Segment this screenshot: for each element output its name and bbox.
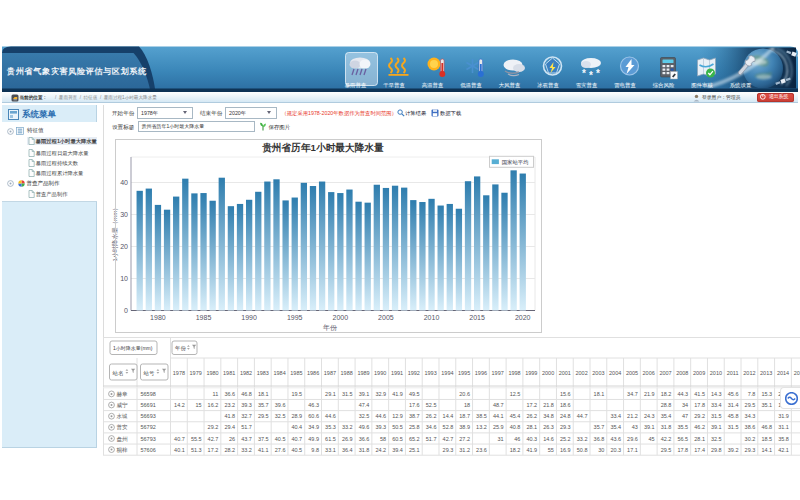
svg-text:42.1: 42.1 (778, 447, 789, 453)
svg-text:41.1: 41.1 (258, 447, 269, 453)
svg-text:45.8: 45.8 (728, 413, 739, 419)
svg-text:21.2: 21.2 (627, 413, 638, 419)
svg-text:35.8: 35.8 (778, 436, 789, 442)
svg-text:27.2: 27.2 (459, 436, 470, 442)
svg-text:25.1: 25.1 (409, 447, 420, 453)
svg-text:34.3: 34.3 (745, 413, 756, 419)
svg-text:33.4: 33.4 (610, 413, 621, 419)
svg-text:低温普查: 低温普查 (460, 82, 482, 89)
svg-text:39.1: 39.1 (644, 424, 655, 430)
svg-text:42.7: 42.7 (208, 436, 219, 442)
svg-text:1988: 1988 (341, 370, 353, 376)
svg-text:2012: 2012 (743, 370, 755, 376)
svg-text:2013: 2013 (760, 370, 772, 376)
svg-text:34.8: 34.8 (543, 413, 554, 419)
svg-text:1992: 1992 (408, 370, 420, 376)
svg-text:26.3: 26.3 (543, 424, 554, 430)
svg-text:2006: 2006 (643, 370, 655, 376)
svg-text:1小时降水量(mm): 1小时降水量(mm) (113, 345, 153, 351)
svg-text:28.1: 28.1 (526, 424, 537, 430)
svg-text:29.2: 29.2 (694, 413, 705, 419)
svg-text:55: 55 (548, 447, 554, 453)
svg-text:2007: 2007 (659, 370, 671, 376)
svg-text:36.8: 36.8 (594, 436, 605, 442)
svg-text:11: 11 (213, 391, 219, 397)
svg-text:26: 26 (229, 436, 235, 442)
svg-text:33.1: 33.1 (325, 447, 336, 453)
svg-text:36.6: 36.6 (224, 391, 235, 397)
svg-text:暴雨普查: 暴雨普查 (345, 82, 367, 89)
svg-text:35.1: 35.1 (761, 402, 772, 408)
svg-text:1994: 1994 (441, 370, 453, 376)
svg-text:水城: 水城 (117, 413, 129, 419)
svg-text:1991: 1991 (391, 370, 403, 376)
svg-text:41.9: 41.9 (392, 391, 403, 397)
svg-text:1980: 1980 (206, 370, 218, 376)
svg-text:12.9: 12.9 (392, 413, 403, 419)
svg-text:31.5: 31.5 (342, 391, 353, 397)
svg-text:39.1: 39.1 (711, 424, 722, 430)
svg-text:46.8: 46.8 (761, 424, 772, 430)
svg-text:45.6: 45.6 (728, 391, 739, 397)
svg-text:29.6: 29.6 (627, 436, 638, 442)
svg-text:17.8: 17.8 (694, 402, 705, 408)
svg-text:44.6: 44.6 (325, 413, 336, 419)
svg-text:大风普查: 大风普查 (499, 82, 521, 89)
svg-text:48.7: 48.7 (493, 402, 504, 408)
svg-text:27.6: 27.6 (275, 447, 286, 453)
svg-text:31.8: 31.8 (359, 447, 370, 453)
svg-text:47: 47 (682, 413, 688, 419)
svg-text:28.9: 28.9 (291, 413, 302, 419)
svg-text:34: 34 (682, 402, 688, 408)
svg-text:2014: 2014 (777, 370, 789, 376)
svg-text:45.4: 45.4 (510, 413, 521, 419)
svg-text:高温普查: 高温普查 (422, 82, 444, 89)
svg-text:2011: 2011 (727, 370, 739, 376)
svg-text:威宁: 威宁 (117, 402, 129, 408)
svg-text:18: 18 (464, 402, 470, 408)
svg-text:30: 30 (598, 447, 604, 453)
svg-text:17.6: 17.6 (409, 402, 420, 408)
svg-text:2015: 2015 (794, 370, 800, 376)
svg-text:15.3: 15.3 (761, 391, 772, 397)
svg-text:29.5: 29.5 (661, 447, 672, 453)
svg-text:49.9: 49.9 (308, 436, 319, 442)
svg-text:51.7: 51.7 (241, 424, 252, 430)
svg-text:14.3: 14.3 (711, 391, 722, 397)
svg-text:40.5: 40.5 (291, 447, 302, 453)
svg-text:18.7: 18.7 (459, 413, 470, 419)
svg-text:21.8: 21.8 (543, 402, 554, 408)
svg-text:盘州: 盘州 (117, 436, 129, 443)
svg-text:39.2: 39.2 (728, 447, 739, 453)
svg-text:32.5: 32.5 (359, 413, 370, 419)
svg-text:20.6: 20.6 (459, 391, 470, 397)
svg-text:52.8: 52.8 (443, 424, 454, 430)
svg-text:56691: 56691 (141, 402, 156, 408)
svg-text:50.5: 50.5 (392, 424, 403, 430)
svg-text:38.5: 38.5 (476, 413, 487, 419)
svg-text:31.1: 31.1 (778, 424, 789, 430)
svg-text:21.9: 21.9 (644, 391, 655, 397)
svg-text:13.2: 13.2 (476, 424, 487, 430)
svg-text:25.8: 25.8 (409, 424, 420, 430)
svg-text:18.6: 18.6 (560, 402, 571, 408)
svg-text:14.4: 14.4 (443, 413, 454, 419)
svg-text:33.2: 33.2 (342, 424, 353, 430)
svg-text:26.2: 26.2 (526, 413, 537, 419)
svg-text:47.4: 47.4 (359, 402, 370, 408)
svg-text:46.2: 46.2 (694, 424, 705, 430)
svg-text:31: 31 (497, 436, 503, 442)
svg-text:44.6: 44.6 (375, 413, 386, 419)
svg-text:29.3: 29.3 (560, 424, 571, 430)
svg-text:57606: 57606 (141, 447, 156, 453)
svg-text:58: 58 (380, 436, 386, 442)
svg-text:17.4: 17.4 (694, 447, 705, 453)
svg-text:24.8: 24.8 (560, 413, 571, 419)
svg-text:1983: 1983 (257, 370, 269, 376)
svg-text:33.4: 33.4 (711, 402, 722, 408)
svg-text:29.3: 29.3 (443, 447, 454, 453)
svg-text:7.8: 7.8 (748, 391, 756, 397)
svg-text:1984: 1984 (273, 370, 285, 376)
svg-text:29.2: 29.2 (208, 424, 219, 430)
svg-text:1993: 1993 (424, 370, 436, 376)
